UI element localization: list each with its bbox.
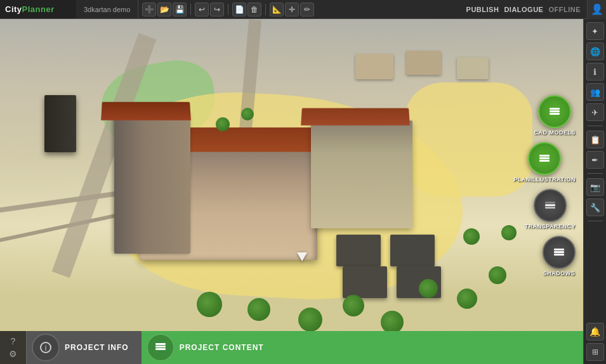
- roof-right: [301, 108, 410, 125]
- svg-text:i: i: [45, 344, 47, 353]
- logo-city: City: [5, 4, 22, 14]
- offline-button[interactable]: OFFLINE: [548, 6, 581, 13]
- logo-planner: Planner: [22, 4, 55, 14]
- svg-rect-14: [155, 346, 166, 348]
- svg-rect-5: [539, 155, 550, 157]
- svg-rect-0: [550, 110, 560, 112]
- edit-button[interactable]: ✏: [300, 3, 314, 16]
- user-icon[interactable]: 👤: [587, 0, 606, 19]
- help-icon[interactable]: ?: [11, 336, 16, 346]
- sb-info-icon[interactable]: ℹ: [586, 63, 604, 81]
- measure-button[interactable]: 📐: [270, 3, 284, 16]
- building-tall-dark: [44, 95, 76, 152]
- sb-draw-icon[interactable]: ✒: [586, 151, 604, 169]
- project-info-label: PROJECT INFO: [65, 343, 129, 352]
- shadows-label: SHADOWS: [543, 270, 576, 276]
- svg-rect-10: [554, 254, 564, 256]
- svg-rect-1: [550, 113, 560, 115]
- roof-left-wing: [101, 102, 191, 120]
- add-button[interactable]: ➕: [142, 3, 156, 16]
- publish-button[interactable]: PUBLISH: [466, 6, 499, 13]
- cad-models-label: CAD MODELS: [534, 129, 576, 136]
- undo-button[interactable]: ↩: [195, 3, 209, 16]
- plan-illustration-circle[interactable]: [528, 142, 561, 175]
- svg-rect-2: [550, 108, 560, 110]
- move-button[interactable]: ✛: [285, 3, 299, 16]
- right-sidebar: ✦ 🌐 ℹ 👥 ✈ 📋 ✒ 📷 🔧 🔔 ⊞: [583, 19, 606, 364]
- sb-bell-icon[interactable]: 🔔: [586, 323, 604, 341]
- toolbar-separator-2: [228, 4, 228, 15]
- sb-users-icon[interactable]: 👥: [586, 83, 604, 101]
- shadows-circle[interactable]: [543, 236, 576, 269]
- sb-navigate-icon[interactable]: ✈: [586, 103, 604, 121]
- tree-6: [419, 279, 438, 298]
- tree-1: [197, 292, 222, 317]
- plan-illustration-button[interactable]: PLANILLUSTRATION: [513, 142, 576, 183]
- shadows-button[interactable]: SHADOWS: [543, 236, 576, 276]
- building-left-wing: [114, 114, 190, 254]
- tree-4: [343, 295, 364, 316]
- publish-area: PUBLISH DIALOGUE OFFLINE: [460, 6, 587, 13]
- sb-tool-icon[interactable]: 🔧: [586, 198, 604, 216]
- document-button[interactable]: 📄: [232, 3, 246, 16]
- demo-label: 3dkartan demo: [76, 0, 138, 18]
- svg-rect-16: [155, 343, 166, 345]
- logo-text: CityPlanner: [5, 4, 55, 14]
- user-avatar-icon: 👤: [591, 3, 603, 15]
- sb-layers-icon[interactable]: ✦: [586, 22, 604, 40]
- sb-document-icon[interactable]: 📋: [586, 131, 604, 148]
- map-area: CAD MODELS PLANILLUSTRATION: [0, 19, 583, 364]
- settings-icon[interactable]: ⚙: [9, 349, 17, 359]
- sidebar-separator-3: [588, 221, 603, 221]
- redo-button[interactable]: ↪: [210, 3, 224, 16]
- building-right: [311, 120, 412, 228]
- project-content-label: PROJECT CONTENT: [180, 343, 264, 352]
- bottom-bar: ? ⚙ i PROJECT INFO PROJECT CONTENT: [0, 331, 583, 364]
- project-content-button[interactable]: PROJECT CONTENT: [142, 331, 583, 364]
- toolbar-separator-1: [190, 4, 191, 15]
- tree-8: [489, 266, 506, 284]
- building-dark-2: [390, 235, 435, 266]
- building-small-1: [355, 54, 393, 79]
- svg-rect-9: [554, 251, 564, 253]
- transparency-label: TRANSPARENCY: [525, 223, 576, 230]
- svg-rect-6: [545, 204, 555, 206]
- tree-11: [216, 117, 230, 131]
- toolbar: ➕ 📂 💾 ↩ ↪ 📄 🗑 📐 ✛ ✏: [138, 3, 459, 16]
- project-info-button[interactable]: i PROJECT INFO: [26, 331, 142, 364]
- cad-models-circle[interactable]: [538, 95, 571, 128]
- svg-rect-4: [539, 160, 550, 162]
- save-button[interactable]: 💾: [173, 3, 187, 16]
- building-small-2: [406, 51, 441, 75]
- svg-rect-11: [554, 249, 564, 250]
- sidebar-separator-2: [588, 173, 603, 174]
- tree-5: [381, 311, 404, 334]
- toolbar-separator-3: [265, 4, 266, 15]
- sb-grid-icon[interactable]: ⊞: [586, 343, 604, 361]
- cursor: [297, 252, 307, 261]
- transparency-circle[interactable]: [534, 189, 567, 222]
- plan-illustration-label: PLANILLUSTRATION: [513, 176, 576, 183]
- project-content-icon-circle: [147, 334, 175, 361]
- sb-globe-icon[interactable]: 🌐: [586, 42, 604, 60]
- tree-3: [298, 308, 322, 332]
- topbar: CityPlanner 3dkartan demo ➕ 📂 💾 ↩ ↪ 📄 🗑 …: [0, 0, 606, 19]
- cad-models-button[interactable]: CAD MODELS: [534, 95, 576, 136]
- logo-area: CityPlanner: [0, 0, 76, 18]
- dialogue-button[interactable]: DIALOGUE: [504, 6, 543, 13]
- sidebar-separator-1: [588, 126, 603, 126]
- building-dark-3: [343, 266, 387, 298]
- svg-rect-15: [155, 348, 166, 350]
- sb-camera-icon[interactable]: 📷: [586, 178, 604, 196]
- map-overlay-buttons: CAD MODELS PLANILLUSTRATION: [513, 95, 576, 276]
- delete-button[interactable]: 🗑: [247, 3, 261, 16]
- transparency-button[interactable]: TRANSPARENCY: [525, 189, 576, 230]
- tree-9: [463, 228, 480, 245]
- tree-12: [241, 108, 254, 120]
- svg-rect-7: [545, 207, 555, 209]
- open-button[interactable]: 📂: [157, 3, 171, 16]
- svg-rect-8: [545, 202, 555, 204]
- help-settings-area: ? ⚙: [0, 336, 26, 359]
- svg-rect-3: [539, 157, 550, 159]
- project-info-icon-circle: i: [32, 334, 60, 361]
